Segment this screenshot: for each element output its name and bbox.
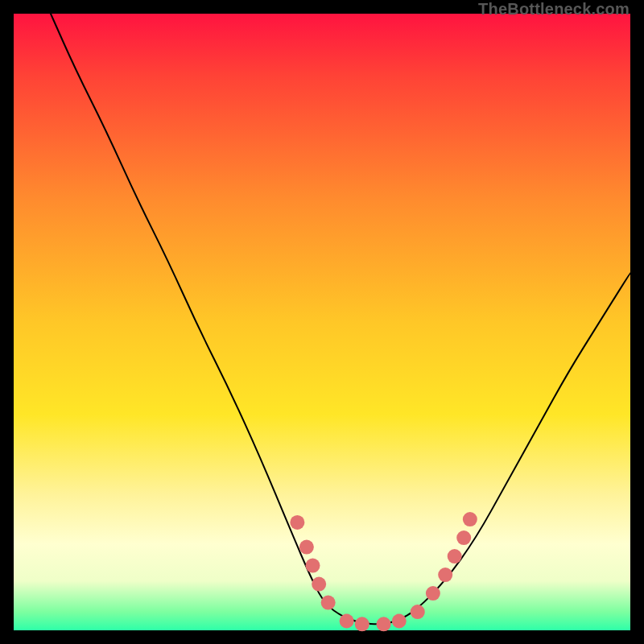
marker-dot [438, 568, 452, 582]
marker-dot [321, 596, 336, 610]
markers-group [290, 512, 477, 631]
marker-dot [463, 512, 477, 526]
marker-dot [392, 614, 407, 629]
marker-dot [290, 515, 304, 530]
marker-dot [377, 617, 391, 631]
marker-dot [411, 605, 425, 619]
bottleneck-curve-svg [14, 14, 630, 630]
bottleneck-curve [51, 14, 630, 624]
marker-dot [306, 559, 320, 573]
marker-dot [448, 549, 462, 564]
marker-dot [426, 586, 440, 601]
marker-dot [312, 577, 326, 592]
watermark: TheBottleneck.com [478, 0, 630, 19]
marker-dot [355, 617, 369, 631]
marker-dot [456, 530, 471, 545]
chart-container: TheBottleneck.com [0, 0, 644, 644]
plot-area [14, 14, 630, 630]
marker-dot [299, 540, 314, 555]
marker-dot [340, 614, 354, 629]
